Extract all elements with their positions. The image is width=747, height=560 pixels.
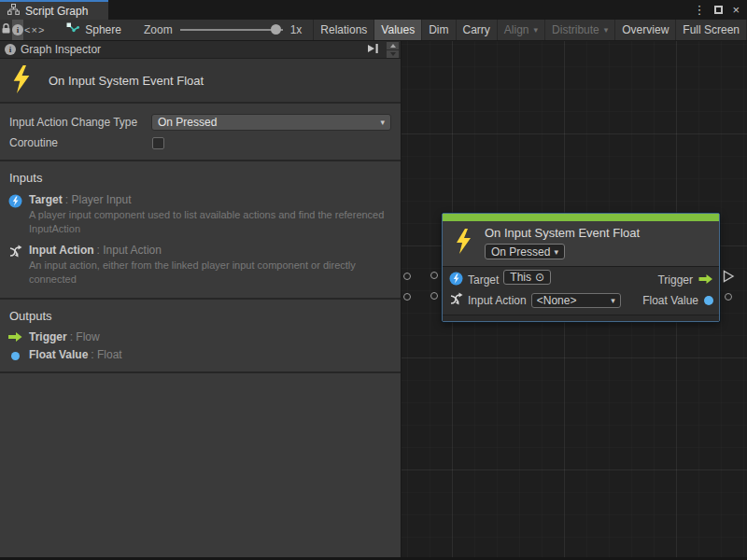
change-type-dropdown[interactable]: On Pressed ▾ <box>151 114 391 131</box>
connection-values-button[interactable]: <×> <box>24 20 45 40</box>
tab-script-graph[interactable]: Script Graph <box>0 0 108 20</box>
target-input-port-icon[interactable] <box>430 272 438 279</box>
zoom-control: Zoom 1x <box>134 20 311 40</box>
list-item: Trigger: Flow <box>0 329 401 346</box>
node-footer <box>443 315 719 321</box>
info-icon: i <box>5 44 16 55</box>
offscreen-port-icon[interactable] <box>403 293 411 301</box>
window-tab-bar: Script Graph ⋮ × <box>0 0 747 20</box>
lock-icon <box>0 22 12 37</box>
zoom-slider[interactable] <box>180 20 283 40</box>
list-item: Input Action: Input Action An input acti… <box>0 241 401 291</box>
graph-toolbar: i <×> Sphere Zoom 1x <box>0 20 747 41</box>
panel-scroll-buttons[interactable] <box>387 42 399 58</box>
distribute-dropdown-button[interactable]: Distribute▾ <box>544 20 614 40</box>
change-type-label: Input Action Change Type <box>9 116 151 129</box>
chevron-down-icon: ▾ <box>611 296 615 305</box>
align-dropdown-button[interactable]: Align▾ <box>497 20 544 40</box>
list-item: Target: Player Input A player input comp… <box>0 190 401 241</box>
lightning-bolt-icon <box>455 229 472 257</box>
node-on-input-system-event-float[interactable]: On Input System Event Float On Pressed ▾ <box>442 213 720 322</box>
float-value-port-icon[interactable] <box>704 296 713 305</box>
selected-node-summary: On Input System Event Float <box>0 59 401 104</box>
lock-button[interactable] <box>0 20 12 40</box>
trigger-output-port-icon[interactable] <box>723 270 735 286</box>
event-type-dropdown[interactable]: On Pressed ▾ <box>485 244 565 259</box>
zoom-slider-handle[interactable] <box>271 24 281 35</box>
fullscreen-button[interactable]: Full Screen <box>675 20 747 40</box>
inspector-empty-area <box>0 373 401 557</box>
input-action-icon <box>449 292 463 309</box>
overview-button[interactable]: Overview <box>614 20 675 40</box>
values-button[interactable]: Values <box>374 20 421 40</box>
change-type-field: Input Action Change Type On Pressed ▾ <box>9 112 391 133</box>
graph-canvas[interactable]: On Input System Event Float On Pressed ▾ <box>402 41 747 557</box>
info-icon: i <box>12 24 23 35</box>
unity-visual-scripting-window: Script Graph ⋮ × i <×> <box>0 0 747 560</box>
graph-context-breadcrumb[interactable]: Sphere <box>46 20 134 40</box>
zoom-level-value: 1x <box>290 23 303 36</box>
window-maximize-icon[interactable] <box>714 6 723 14</box>
float-value-icon <box>7 349 22 360</box>
player-input-icon <box>7 194 22 208</box>
node-port-area: Target This ⊙ Trigger <box>443 267 719 315</box>
graph-inspector-panel: i Graph Inspector <box>0 41 402 557</box>
input-action-dropdown[interactable]: <None> ▾ <box>531 293 621 308</box>
panel-title: Graph Inspector <box>21 43 362 56</box>
object-picker-icon: ⊙ <box>535 272 544 283</box>
coroutine-label: Coroutine <box>9 136 151 149</box>
outputs-section: Outputs Trigger: Flow Float Value: Float <box>0 300 401 373</box>
connection-values-icon: <×> <box>24 24 45 35</box>
coroutine-checkbox[interactable] <box>152 137 164 149</box>
inspector-toggle-button[interactable]: i <box>12 20 23 40</box>
window-menu-icon[interactable]: ⋮ <box>693 4 705 16</box>
input-action-float-row: Input Action <None> ▾ Float Value <box>446 290 713 311</box>
scroll-up-icon[interactable] <box>387 42 399 49</box>
relations-button[interactable]: Relations <box>313 20 374 40</box>
target-port-label: Target <box>468 273 499 287</box>
offscreen-port-icon[interactable] <box>403 273 411 280</box>
lightning-bolt-icon <box>11 65 32 96</box>
dim-button[interactable]: Dim <box>421 20 455 40</box>
chevron-down-icon: ▾ <box>380 118 385 127</box>
node-header[interactable]: On Input System Event Float On Pressed ▾ <box>443 221 719 267</box>
inputs-heading: Inputs <box>0 161 401 190</box>
float-value-port-label: Float Value <box>642 294 698 307</box>
tab-title: Script Graph <box>25 5 88 18</box>
target-trigger-row: Target This ⊙ Trigger <box>446 270 713 290</box>
chevron-down-icon: ▾ <box>554 247 558 257</box>
coroutine-field: Coroutine <box>9 133 391 153</box>
outputs-heading: Outputs <box>0 300 401 329</box>
carry-button[interactable]: Carry <box>456 20 497 40</box>
flow-arrow-icon <box>7 331 22 343</box>
list-item: Float Value: Float <box>0 346 401 364</box>
scroll-down-icon[interactable] <box>387 50 399 58</box>
player-input-icon <box>449 272 463 288</box>
selected-node-title: On Input System Event Float <box>49 74 204 88</box>
graph-node-icon <box>66 22 79 37</box>
node-settings-section: Input Action Change Type On Pressed ▾ Co… <box>0 104 401 161</box>
flow-arrow-icon[interactable] <box>698 273 713 287</box>
float-value-output-port-icon[interactable] <box>725 293 732 301</box>
inputs-section: Inputs Target: Player Input A player inp… <box>0 161 401 300</box>
trigger-port-label: Trigger <box>657 273 693 287</box>
window-controls: ⋮ × <box>693 0 747 20</box>
node-title: On Input System Event Float <box>485 226 640 240</box>
target-object-picker[interactable]: This ⊙ <box>503 270 551 285</box>
zoom-slider-track <box>180 29 283 31</box>
chevron-down-icon: ▾ <box>534 25 539 35</box>
zoom-label: Zoom <box>144 23 173 36</box>
graph-context-label: Sphere <box>85 23 121 36</box>
graph-inspector-header: i Graph Inspector <box>0 41 401 59</box>
input-action-icon <box>7 245 22 259</box>
chevron-down-icon: ▾ <box>604 25 609 35</box>
input-action-input-port-icon[interactable] <box>430 292 438 300</box>
input-action-port-label: Input Action <box>468 294 527 307</box>
dock-panel-icon[interactable] <box>367 43 379 57</box>
window-close-icon[interactable]: × <box>732 4 740 16</box>
toolbar-toggle-buttons: Relations Values Dim Carry Align▾ Distri… <box>313 20 747 40</box>
script-graph-icon <box>7 4 20 18</box>
node-event-color-bar <box>443 214 719 221</box>
